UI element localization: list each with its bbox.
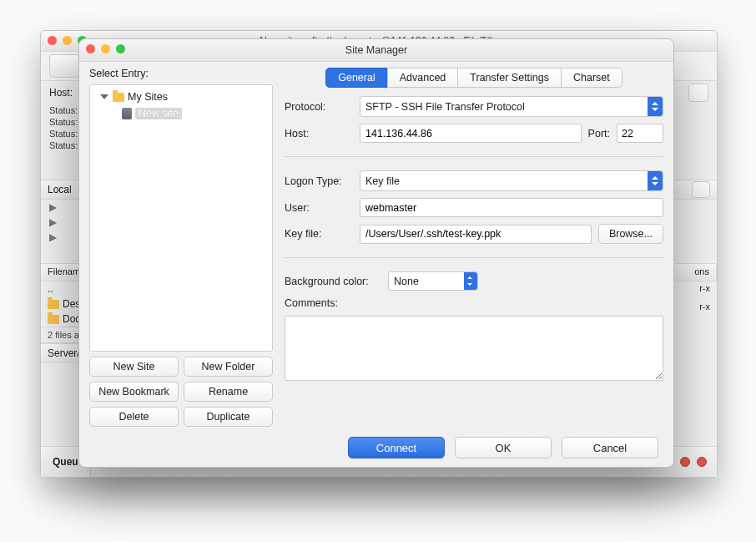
quickconnect-dropdown[interactable]: [688, 84, 708, 102]
user-label: User:: [285, 202, 353, 214]
cancel-button[interactable]: Cancel: [562, 437, 658, 458]
tree-item-label: New site: [135, 108, 182, 119]
site-manager-icon[interactable]: [49, 54, 79, 78]
folder-icon: [48, 300, 59, 309]
dialog-footer: Connect OK Cancel: [79, 428, 673, 467]
new-folder-button[interactable]: New Folder: [184, 357, 273, 377]
port-label: Port:: [588, 128, 610, 139]
dialog-titlebar: Site Manager: [79, 39, 673, 62]
comments-textarea[interactable]: [285, 316, 663, 381]
separator: [285, 257, 663, 258]
close-icon[interactable]: [48, 36, 57, 45]
tab-advanced[interactable]: Advanced: [387, 68, 459, 88]
protocol-label: Protocol:: [285, 101, 353, 113]
status-dot-icon: [680, 457, 690, 467]
rename-button[interactable]: Rename: [184, 382, 273, 402]
separator: [285, 156, 663, 157]
new-bookmark-button[interactable]: New Bookmark: [89, 382, 179, 402]
dialog-title: Site Manager: [345, 44, 407, 56]
host-input[interactable]: [360, 124, 582, 143]
close-icon[interactable]: [86, 44, 95, 53]
tab-transfer-settings[interactable]: Transfer Settings: [457, 68, 562, 88]
logon-type-value: Key file: [365, 175, 400, 187]
delete-button[interactable]: Delete: [89, 407, 179, 427]
logon-type-select[interactable]: Key file: [360, 170, 663, 191]
col-permissions[interactable]: ons: [688, 264, 717, 281]
select-entry-label: Select Entry:: [89, 68, 273, 79]
tab-charset[interactable]: Charset: [561, 68, 622, 88]
parent-dir[interactable]: ..: [48, 283, 53, 295]
protocol-select[interactable]: SFTP - SSH File Transfer Protocol: [360, 96, 663, 117]
folder-icon: [48, 315, 59, 324]
tree-item-new-site[interactable]: New site: [92, 105, 270, 122]
tree-root-label: My Sites: [128, 91, 168, 103]
protocol-value: SFTP - SSH File Transfer Protocol: [365, 101, 525, 113]
background-color-select[interactable]: None: [388, 271, 478, 291]
port-input[interactable]: [617, 124, 663, 143]
folder-icon: [113, 93, 124, 102]
logon-type-label: Logon Type:: [285, 175, 353, 187]
server-local-label: Server/: [48, 347, 80, 359]
browse-button[interactable]: Browse...: [598, 224, 663, 244]
site-manager-dialog: Site Manager Select Entry: My Sites New …: [78, 38, 674, 468]
background-color-label: Background color:: [285, 276, 381, 287]
tree-root-my-sites[interactable]: My Sites: [92, 89, 270, 105]
chevron-updown-icon: [464, 272, 477, 290]
background-color-value: None: [394, 276, 419, 287]
status-dot-icon: [697, 457, 707, 467]
duplicate-button[interactable]: Duplicate: [184, 407, 273, 427]
new-site-button[interactable]: New Site: [89, 357, 179, 377]
chevron-down-icon[interactable]: [100, 94, 108, 99]
settings-tabs: General Advanced Transfer Settings Chars…: [285, 68, 663, 88]
local-site-label: Local: [48, 184, 72, 195]
keyfile-label: Key file:: [285, 228, 353, 240]
server-icon: [122, 108, 132, 119]
chevron-updown-icon: [648, 171, 663, 190]
user-input[interactable]: [360, 198, 663, 217]
maximize-icon[interactable]: [116, 44, 125, 53]
minimize-icon[interactable]: [63, 36, 72, 45]
chevron-updown-icon: [648, 97, 663, 116]
ok-button[interactable]: OK: [455, 437, 552, 458]
connect-button[interactable]: Connect: [348, 437, 445, 458]
tab-general[interactable]: General: [325, 68, 387, 88]
sites-tree[interactable]: My Sites New site: [89, 84, 273, 352]
keyfile-input[interactable]: [360, 225, 592, 244]
remote-path-dropdown[interactable]: [692, 181, 710, 198]
comments-label: Comments:: [285, 297, 663, 309]
minimize-icon[interactable]: [101, 44, 110, 53]
dialog-window-controls[interactable]: [86, 44, 125, 53]
host-label: Host:: [285, 128, 353, 139]
